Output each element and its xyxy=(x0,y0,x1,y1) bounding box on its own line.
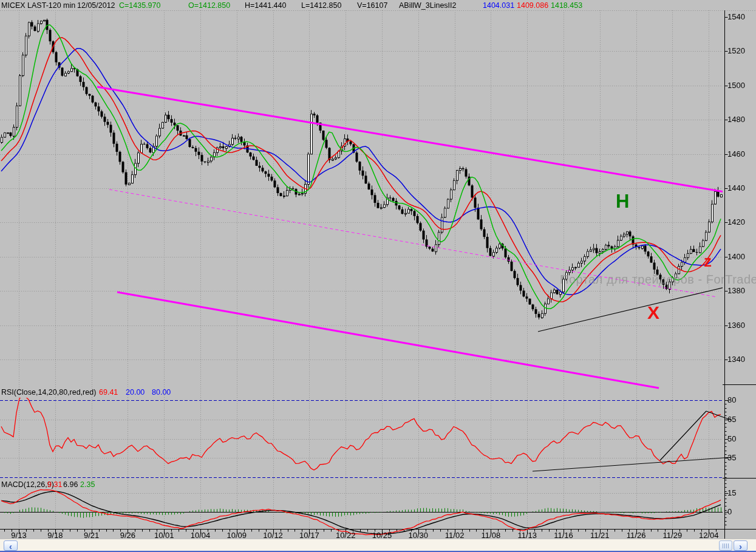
macd-tick-label: 15 xyxy=(727,488,736,497)
grip-icon xyxy=(723,543,729,548)
quote-date: 12/05/2012 xyxy=(77,1,115,10)
date-tick-label: 11/21 xyxy=(590,531,610,540)
rsi-tick-label: 50 xyxy=(727,434,736,443)
date-tick-label: 10/12 xyxy=(263,531,283,540)
price-tick-label: 1380 xyxy=(727,286,745,295)
date-tick-label: 11/26 xyxy=(627,531,646,540)
date-tick-label: 11/02 xyxy=(445,531,465,540)
date-tick-label: 10/30 xyxy=(409,531,429,540)
price-tick-label: 1400 xyxy=(727,252,745,261)
macd-value: 9.31 xyxy=(47,480,62,489)
rsi-value: 69.41 xyxy=(99,388,118,397)
date-tick-label: 10/17 xyxy=(299,531,319,540)
horizontal-scrollbar[interactable]: ‹ › xyxy=(0,539,756,552)
date-tick-label: 10/04 xyxy=(191,531,211,540)
price-chart-canvas xyxy=(0,0,756,539)
wave-annotation-H: H xyxy=(616,192,629,211)
right-arrow-icon: › xyxy=(739,542,742,551)
quote-open: O=1412.850 xyxy=(188,1,230,10)
rsi-tick-label: 65 xyxy=(727,415,736,424)
indicator-value-blue: 1404.031 xyxy=(483,1,514,10)
price-tick-label: 1500 xyxy=(727,81,745,90)
price-tick-label: 1440 xyxy=(727,183,745,193)
macd-tick-label: 0 xyxy=(727,507,732,516)
date-tick-label: 11/13 xyxy=(517,531,537,540)
macd-signal-value: 6.96 xyxy=(63,480,78,489)
chart-window: MICEX LAST-120 min 12/05/2012 C=1435.970… xyxy=(0,0,756,552)
date-tick-label: 11/29 xyxy=(663,531,683,540)
price-tick-label: 1340 xyxy=(727,355,745,364)
wave-annotation-X: X xyxy=(647,304,659,322)
rsi-tick-label: 80 xyxy=(727,395,736,404)
left-arrow-icon: ‹ xyxy=(9,542,12,551)
quote-close: C=1435.970 xyxy=(119,1,160,10)
quote-volume: V=16107 xyxy=(357,1,387,10)
indicator-name: ABillW_3LinesII2 xyxy=(399,1,457,10)
watermark: Портал для трейдеров - ForTrader.ru xyxy=(560,273,756,287)
price-tick-label: 1420 xyxy=(727,217,745,227)
price-tick-label: 1360 xyxy=(727,321,745,330)
date-tick-label: 9/21 xyxy=(84,531,99,540)
rsi-label: RSI(Close,14,20,80,red,red) xyxy=(1,388,96,397)
date-tick-label: 11/16 xyxy=(554,531,573,540)
scroll-left-button[interactable]: ‹ xyxy=(4,540,18,551)
macd-label: MACD(12,26,9) xyxy=(1,480,54,489)
quote-high: H=1441.440 xyxy=(245,1,286,10)
price-tick-label: 1460 xyxy=(727,149,745,158)
rsi-tick-label: 35 xyxy=(727,453,736,462)
rsi-level-high: 80.00 xyxy=(152,388,171,397)
date-tick-label: 11/08 xyxy=(482,531,501,540)
indicator-value-green: 1418.453 xyxy=(551,1,582,10)
indicator-value-red: 1409.086 xyxy=(517,1,548,10)
date-tick-label: 9/18 xyxy=(47,531,63,540)
symbol-title: MICEX LAST-120 min xyxy=(1,1,75,10)
wave-annotation-z: z xyxy=(704,253,712,269)
rsi-level-low: 20.00 xyxy=(126,388,145,397)
date-tick-label: 10/01 xyxy=(154,531,174,540)
macd-hist-value: 2.35 xyxy=(80,480,95,489)
date-tick-label: 9/26 xyxy=(120,531,135,540)
date-tick-label: 10/25 xyxy=(372,531,392,540)
scroll-right-button[interactable]: › xyxy=(734,540,747,551)
price-tick-label: 1540 xyxy=(727,12,745,21)
date-tick-label: 12/04 xyxy=(699,531,719,540)
date-tick-label: 9/13 xyxy=(11,531,26,540)
scrollbar-thumb[interactable] xyxy=(719,540,732,551)
quote-low: L=1412.850 xyxy=(301,1,341,10)
price-tick-label: 1480 xyxy=(727,115,745,124)
price-tick-label: 1520 xyxy=(727,46,745,55)
date-tick-label: 10/09 xyxy=(227,531,247,540)
date-tick-label: 10/22 xyxy=(336,531,356,540)
